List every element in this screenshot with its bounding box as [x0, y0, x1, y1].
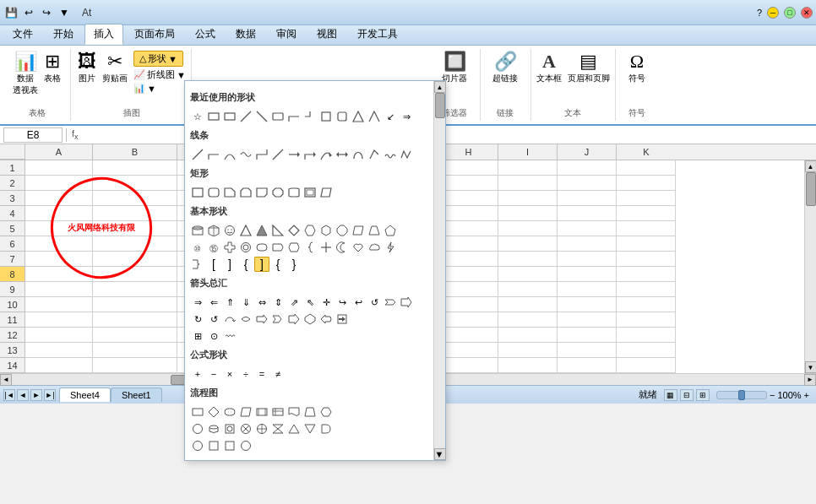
row-num-9[interactable]: 9: [0, 282, 24, 297]
line-arrow-straight[interactable]: [286, 147, 302, 162]
basic-smiley[interactable]: [222, 223, 237, 238]
arr-multi2[interactable]: [302, 312, 318, 327]
cell-a1[interactable]: [25, 160, 93, 176]
cell-h9[interactable]: [439, 282, 498, 297]
shape-star[interactable]: ☆: [190, 109, 205, 124]
line-elbow-arr[interactable]: [302, 147, 318, 162]
shape-rect1[interactable]: [206, 109, 221, 124]
shape-square1[interactable]: [318, 109, 334, 124]
col-header-b[interactable]: B: [93, 144, 177, 160]
close-button[interactable]: ✕: [801, 7, 813, 19]
cell-k7[interactable]: [617, 252, 676, 267]
cell-b1[interactable]: [93, 160, 177, 176]
cell-b5[interactable]: [93, 221, 177, 236]
qa-more[interactable]: ▼: [57, 5, 72, 20]
sheet-nav-next[interactable]: ►: [30, 389, 42, 401]
arr-multi[interactable]: [238, 312, 253, 327]
line-bent[interactable]: [367, 147, 382, 162]
formula-mult[interactable]: ×: [222, 366, 237, 382]
row-num-1[interactable]: 1: [0, 160, 24, 176]
zoom-thumb[interactable]: [738, 390, 745, 400]
tab-formula[interactable]: 公式: [186, 24, 225, 45]
vscroll-up[interactable]: ▲: [805, 160, 817, 172]
flow-tri2[interactable]: [302, 421, 318, 436]
basic-brace2[interactable]: [190, 257, 205, 272]
line-dblarrow[interactable]: [335, 147, 350, 162]
header-footer-btn[interactable]: ▤ 页眉和页脚: [568, 51, 610, 84]
line-curve-arr[interactable]: [318, 147, 334, 162]
flow-decision[interactable]: [206, 404, 221, 420]
sparkline-btn[interactable]: 📊 ▼: [133, 83, 156, 94]
cell-h2[interactable]: [439, 176, 498, 191]
line-zigzag[interactable]: [399, 147, 414, 162]
shape-elbow1[interactable]: [286, 109, 302, 124]
cell-h11[interactable]: [439, 312, 498, 328]
arr-circ-l[interactable]: ↺: [206, 312, 221, 327]
tab-developer[interactable]: 开发工具: [348, 24, 407, 45]
tab-home[interactable]: 开始: [44, 24, 83, 45]
arr-uturn[interactable]: ↺: [367, 295, 382, 310]
tab-page-layout[interactable]: 页面布局: [125, 24, 184, 45]
cell-h8[interactable]: [439, 267, 498, 282]
cell-j14[interactable]: [558, 358, 617, 373]
arr-up[interactable]: ⇑: [222, 295, 237, 310]
basic-pent[interactable]: [383, 223, 398, 238]
arr-circle[interactable]: ⊙: [206, 328, 221, 344]
cell-h10[interactable]: [439, 297, 498, 312]
basic-15star[interactable]: ⑮: [206, 240, 221, 255]
row-num-10[interactable]: 10: [0, 297, 24, 312]
tab-insert[interactable]: 插入: [84, 24, 123, 45]
cell-k1[interactable]: [617, 160, 676, 176]
line-straight[interactable]: [190, 147, 205, 162]
formula-div[interactable]: ÷: [238, 366, 253, 382]
cell-j2[interactable]: [558, 176, 617, 191]
row-num-6[interactable]: 6: [0, 236, 24, 252]
cell-a4[interactable]: [25, 206, 93, 221]
row-num-7[interactable]: 7: [0, 252, 24, 267]
qa-save[interactable]: 💾: [3, 5, 19, 20]
cell-ref-input[interactable]: [3, 127, 63, 143]
flow-extra3[interactable]: [222, 438, 237, 453]
cell-i5[interactable]: [498, 221, 558, 236]
basic-para[interactable]: [351, 223, 366, 238]
row-num-12[interactable]: 12: [0, 328, 24, 343]
basic-j-bracket[interactable]: ]: [254, 257, 269, 272]
arr-right2[interactable]: [254, 312, 269, 327]
cell-a12[interactable]: [25, 328, 93, 343]
col-header-j[interactable]: J: [558, 144, 617, 160]
cell-k14[interactable]: [617, 358, 676, 373]
cell-i10[interactable]: [498, 297, 558, 312]
sheet-nav-last[interactable]: ►|: [44, 389, 56, 401]
hscroll-left[interactable]: ◄: [0, 374, 12, 386]
shape-line1[interactable]: [238, 109, 253, 124]
cell-k5[interactable]: [617, 221, 676, 236]
cell-b11[interactable]: [93, 312, 177, 328]
row-num-3[interactable]: 3: [0, 191, 24, 206]
flow-document[interactable]: [286, 404, 302, 420]
shape-angle1[interactable]: [367, 109, 382, 124]
cell-a11[interactable]: [25, 312, 93, 328]
row-num-2[interactable]: 2: [0, 176, 24, 191]
basic-ring[interactable]: [238, 240, 253, 255]
basic-heart[interactable]: [351, 240, 366, 255]
arr-loop[interactable]: [222, 312, 237, 327]
slicer-btn[interactable]: 🔲 切片器: [442, 51, 467, 84]
formula-minus[interactable]: −: [206, 366, 221, 382]
basic-pencil[interactable]: [286, 240, 302, 255]
line-conn2[interactable]: [270, 147, 286, 162]
cell-a5[interactable]: [25, 221, 93, 236]
cell-j10[interactable]: [558, 297, 617, 312]
arr-ud[interactable]: ⇕: [270, 295, 286, 310]
cell-j12[interactable]: [558, 328, 617, 343]
cell-h13[interactable]: [439, 343, 498, 358]
flow-process[interactable]: [190, 404, 205, 420]
scroll-down-btn[interactable]: ▼: [434, 448, 446, 460]
flow-extra4[interactable]: [238, 438, 253, 453]
basic-plus[interactable]: [222, 240, 237, 255]
view-page-layout[interactable]: ⊟: [680, 389, 694, 401]
cell-a3[interactable]: [25, 191, 93, 206]
shape-arrow1[interactable]: ↙: [383, 109, 398, 124]
cell-a13[interactable]: [25, 343, 93, 358]
qa-redo[interactable]: ↪: [39, 5, 54, 20]
cell-j3[interactable]: [558, 191, 617, 206]
